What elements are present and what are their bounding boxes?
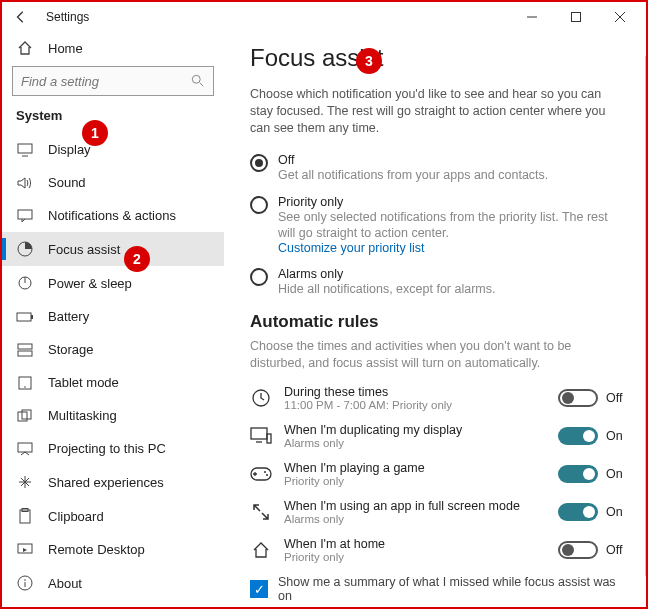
- settings-window: Settings Home Find a setting System Disp…: [2, 2, 646, 607]
- radio-title: Off: [278, 153, 548, 167]
- rule-title: When I'm duplicating my display: [284, 423, 546, 437]
- svg-point-33: [266, 474, 268, 476]
- nav-label: Projecting to this PC: [48, 441, 166, 456]
- rule-when-i-m-playing-a-game[interactable]: When I'm playing a gamePriority onlyOn: [250, 461, 628, 487]
- automatic-rules-sub: Choose the times and activities when you…: [250, 338, 610, 372]
- sidebar-item-tablet-mode[interactable]: Tablet mode: [2, 366, 224, 399]
- sidebar-home[interactable]: Home: [2, 32, 224, 66]
- svg-point-4: [192, 75, 200, 83]
- battery-icon: [16, 311, 34, 323]
- radio-off[interactable]: OffGet all notifications from your apps …: [250, 153, 620, 183]
- svg-rect-30: [267, 434, 271, 443]
- nav-label: Sound: [48, 175, 86, 190]
- rule-when-i-m-duplicating-my-display[interactable]: When I'm duplicating my displayAlarms on…: [250, 423, 628, 449]
- nav-label: About: [48, 576, 82, 591]
- toggle-switch[interactable]: [558, 503, 598, 521]
- rule-during-these-times[interactable]: During these times11:00 PM - 7:00 AM: Pr…: [250, 385, 628, 411]
- sidebar-item-shared-experiences[interactable]: Shared experiences: [2, 465, 224, 499]
- maximize-button[interactable]: [554, 3, 598, 31]
- sidebar-home-label: Home: [48, 41, 83, 56]
- sidebar-item-power-sleep[interactable]: Power & sleep: [2, 266, 224, 300]
- rule-sub: Priority only: [284, 551, 546, 563]
- toggle-state-label: Off: [606, 543, 628, 557]
- about-icon: [16, 575, 34, 591]
- duplicate-display-icon: [250, 427, 272, 445]
- sidebar-item-about[interactable]: About: [2, 566, 224, 600]
- projecting-icon: [16, 442, 34, 456]
- automatic-rules-title: Automatic rules: [250, 312, 628, 332]
- home-location-icon: [250, 540, 272, 560]
- svg-point-17: [24, 386, 26, 388]
- close-button[interactable]: [598, 3, 642, 31]
- nav-label: Focus assist: [48, 242, 120, 257]
- back-button[interactable]: [6, 3, 36, 31]
- svg-rect-1: [572, 13, 581, 22]
- radio-title: Priority only: [278, 195, 620, 209]
- sidebar-item-remote-desktop[interactable]: Remote Desktop: [2, 533, 224, 566]
- svg-line-5: [200, 83, 204, 87]
- page-intro: Choose which notification you'd like to …: [250, 86, 610, 137]
- nav-label: Storage: [48, 342, 94, 357]
- radio-sub: See only selected notifications from the…: [278, 209, 620, 242]
- focus-assist-icon: [16, 241, 34, 257]
- radio-priority-only[interactable]: Priority onlySee only selected notificat…: [250, 195, 620, 256]
- tablet-icon: [16, 376, 34, 390]
- sidebar-item-storage[interactable]: Storage: [2, 333, 224, 366]
- radio-sub: Get all notifications from your apps and…: [278, 167, 548, 183]
- toggle-switch[interactable]: [558, 541, 598, 559]
- toggle-state-label: Off: [606, 391, 628, 405]
- sidebar-item-focus-assist[interactable]: Focus assist: [2, 232, 224, 266]
- svg-point-25: [24, 579, 26, 581]
- radio-alarms-only[interactable]: Alarms onlyHide all notifications, excep…: [250, 267, 620, 297]
- sidebar-item-projecting-to-this-pc[interactable]: Projecting to this PC: [2, 432, 224, 465]
- search-input[interactable]: Find a setting: [12, 66, 214, 96]
- toggle-switch[interactable]: [558, 465, 598, 483]
- notifications-icon: [16, 209, 34, 223]
- rule-when-i-m-using-an-app-in-full-screen-mode[interactable]: When I'm using an app in full screen mod…: [250, 499, 628, 525]
- svg-rect-20: [18, 443, 32, 452]
- svg-rect-23: [18, 544, 32, 553]
- sidebar-item-sound[interactable]: Sound: [2, 166, 224, 199]
- toggle-switch[interactable]: [558, 389, 598, 407]
- clipboard-icon: [16, 508, 34, 524]
- nav-label: Power & sleep: [48, 276, 132, 291]
- sidebar-item-clipboard[interactable]: Clipboard: [2, 499, 224, 533]
- summary-checkbox-row[interactable]: ✓ Show me a summary of what I missed whi…: [250, 575, 628, 603]
- sidebar-item-battery[interactable]: Battery: [2, 300, 224, 333]
- svg-point-32: [264, 471, 266, 473]
- page-title: Focus assist: [250, 44, 628, 72]
- sidebar-item-notifications-actions[interactable]: Notifications & actions: [2, 199, 224, 232]
- svg-rect-13: [31, 315, 33, 319]
- rule-when-i-m-at-home[interactable]: When I'm at homePriority onlyOff: [250, 537, 628, 563]
- power-icon: [16, 275, 34, 291]
- toggle-switch[interactable]: [558, 427, 598, 445]
- nav-label: Shared experiences: [48, 475, 164, 490]
- svg-rect-12: [17, 313, 31, 321]
- customize-priority-link[interactable]: Customize your priority list: [278, 241, 620, 255]
- clock-icon: [250, 388, 272, 408]
- storage-icon: [16, 343, 34, 357]
- rule-sub: 11:00 PM - 7:00 AM: Priority only: [284, 399, 546, 411]
- radio-button: [250, 268, 268, 286]
- rule-sub: Alarms only: [284, 513, 546, 525]
- nav-label: Notifications & actions: [48, 208, 176, 223]
- search-icon: [191, 74, 205, 88]
- rule-sub: Alarms only: [284, 437, 546, 449]
- nav-label: Tablet mode: [48, 375, 119, 390]
- sidebar-item-display[interactable]: Display: [2, 133, 224, 166]
- radio-sub: Hide all notifications, except for alarm…: [278, 281, 495, 297]
- nav-label: Remote Desktop: [48, 542, 145, 557]
- home-icon: [16, 40, 34, 56]
- minimize-button[interactable]: [510, 3, 554, 31]
- nav-label: Clipboard: [48, 509, 104, 524]
- rule-title: When I'm at home: [284, 537, 546, 551]
- nav-label: Battery: [48, 309, 89, 324]
- multitasking-icon: [16, 409, 34, 423]
- remote-icon: [16, 543, 34, 557]
- sound-icon: [16, 176, 34, 190]
- checkbox-checked-icon: ✓: [250, 580, 268, 598]
- nav-label: Display: [48, 142, 91, 157]
- sidebar-item-multitasking[interactable]: Multitasking: [2, 399, 224, 432]
- nav-label: Multitasking: [48, 408, 117, 423]
- scrollbar[interactable]: [645, 56, 646, 576]
